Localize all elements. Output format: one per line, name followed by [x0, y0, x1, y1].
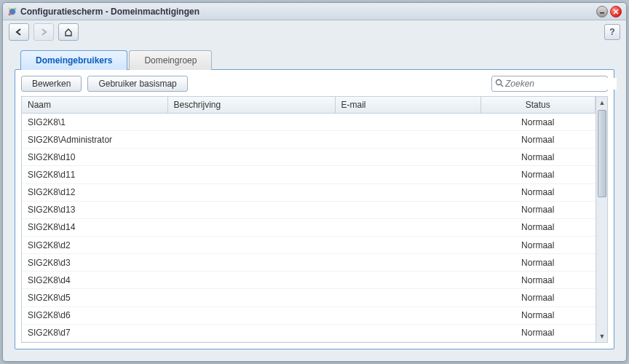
forward-button[interactable] [33, 23, 54, 41]
cell-desc [167, 218, 335, 236]
user-table: Naam Beschrijving E-mail Status SIG2K8\1… [22, 97, 596, 342]
nav-toolbar: ? [3, 20, 626, 44]
table-row[interactable]: SIG2K8\d4Normaal [22, 272, 596, 289]
cell-status: Normaal [480, 166, 596, 183]
vertical-scrollbar[interactable]: ▲ ▼ [596, 97, 607, 342]
scroll-thumb[interactable] [598, 110, 606, 197]
table-row[interactable]: SIG2K8\d10Normaal [22, 149, 596, 166]
cell-status: Normaal [480, 272, 596, 289]
cell-email [335, 131, 480, 149]
svg-rect-3 [9, 13, 11, 15]
user-home-button[interactable]: Gebruiker basismap [87, 76, 187, 92]
cell-desc [167, 131, 335, 149]
table-row[interactable]: SIG2K8\d14Normaal [22, 218, 596, 236]
table-row[interactable]: SIG2K8\1Normaal [22, 114, 596, 131]
search-box[interactable] [491, 76, 608, 92]
table-header-row: Naam Beschrijving E-mail Status [22, 97, 596, 114]
cell-status: Normaal [480, 306, 596, 324]
cell-desc [167, 254, 335, 272]
cell-desc [167, 289, 335, 306]
cell-email [335, 272, 480, 289]
scroll-down-arrow[interactable]: ▼ [597, 331, 607, 341]
cell-email [335, 236, 480, 253]
tab-label: Domeingroep [144, 55, 197, 66]
cell-desc [167, 306, 335, 324]
cell-email [335, 114, 480, 131]
cell-desc [167, 149, 335, 166]
cell-email [335, 166, 480, 183]
svg-line-8 [501, 84, 503, 87]
cell-name: SIG2K8\d6 [22, 306, 167, 324]
cell-name: SIG2K8\d3 [22, 254, 167, 272]
table-row[interactable]: SIG2K8\d11Normaal [22, 166, 596, 183]
panel: Bewerken Gebruiker basismap [15, 69, 614, 349]
cell-status: Normaal [480, 149, 596, 166]
col-status[interactable]: Status [480, 97, 596, 114]
tabs: Domeingebruikers Domeingroep [20, 50, 614, 69]
home-button[interactable] [58, 23, 79, 41]
cell-status: Normaal [480, 289, 596, 306]
table-row[interactable]: SIG2K8\d12Normaal [22, 183, 596, 201]
cell-desc [167, 166, 335, 183]
svg-rect-1 [9, 7, 11, 9]
help-button[interactable]: ? [604, 24, 620, 40]
control-panel-icon [7, 7, 17, 17]
cell-status: Normaal [480, 236, 596, 253]
cell-desc [167, 324, 335, 341]
control-panel-window: Configuratiescherm - Domeinmachtigingen … [2, 2, 627, 362]
cell-email [335, 201, 480, 218]
minimize-button[interactable] [596, 6, 608, 17]
cell-name: SIG2K8\d11 [22, 166, 167, 183]
close-button[interactable] [610, 6, 622, 17]
table-row[interactable]: SIG2K8\d2Normaal [22, 236, 596, 253]
cell-desc [167, 236, 335, 253]
scroll-up-arrow[interactable]: ▲ [597, 98, 607, 108]
table-row[interactable]: SIG2K8\d13Normaal [22, 201, 596, 218]
window-title: Configuratiescherm - Domeinmachtigingen [20, 7, 594, 17]
cell-email [335, 183, 480, 201]
user-grid: Naam Beschrijving E-mail Status SIG2K8\1… [21, 96, 608, 343]
cell-email [335, 149, 480, 166]
panel-toolbar: Bewerken Gebruiker basismap [21, 76, 608, 92]
tab-label: Domeingebruikers [36, 55, 112, 66]
col-name[interactable]: Naam [22, 97, 167, 114]
cell-name: SIG2K8\d4 [22, 272, 167, 289]
tab-domain-group[interactable]: Domeingroep [129, 50, 212, 70]
cell-status: Normaal [480, 254, 596, 272]
cell-name: SIG2K8\d2 [22, 236, 167, 253]
cell-email [335, 289, 480, 306]
search-icon [495, 79, 504, 90]
col-email[interactable]: E-mail [335, 97, 480, 114]
table-row[interactable]: SIG2K8\d6Normaal [22, 306, 596, 324]
tab-domain-users[interactable]: Domeingebruikers [20, 50, 127, 70]
cell-desc [167, 201, 335, 218]
col-desc[interactable]: Beschrijving [167, 97, 335, 114]
cell-desc [167, 272, 335, 289]
cell-name: SIG2K8\Administrator [22, 131, 167, 149]
cell-status: Normaal [480, 114, 596, 131]
cell-name: SIG2K8\d10 [22, 149, 167, 166]
titlebar: Configuratiescherm - Domeinmachtigingen [3, 3, 626, 20]
table-row[interactable]: SIG2K8\d3Normaal [22, 254, 596, 272]
cell-email [335, 254, 480, 272]
cell-name: SIG2K8\1 [22, 114, 167, 131]
back-button[interactable] [9, 23, 29, 41]
svg-point-7 [497, 79, 502, 84]
content-area: Domeingebruikers Domeingroep Bewerken Ge… [3, 44, 626, 361]
cell-name: SIG2K8\d14 [22, 218, 167, 236]
cell-status: Normaal [480, 131, 596, 149]
cell-status: Normaal [480, 324, 596, 341]
table-row[interactable]: SIG2K8\d7Normaal [22, 324, 596, 341]
cell-status: Normaal [480, 218, 596, 236]
cell-email [335, 306, 480, 324]
cell-name: SIG2K8\d12 [22, 183, 167, 201]
cell-status: Normaal [480, 201, 596, 218]
search-input[interactable] [504, 78, 617, 90]
svg-rect-2 [15, 7, 17, 9]
table-row[interactable]: SIG2K8\d5Normaal [22, 289, 596, 306]
cell-status: Normaal [480, 183, 596, 201]
edit-button[interactable]: Bewerken [21, 76, 82, 92]
svg-rect-4 [600, 12, 604, 14]
table-row[interactable]: SIG2K8\AdministratorNormaal [22, 131, 596, 149]
cell-email [335, 218, 480, 236]
